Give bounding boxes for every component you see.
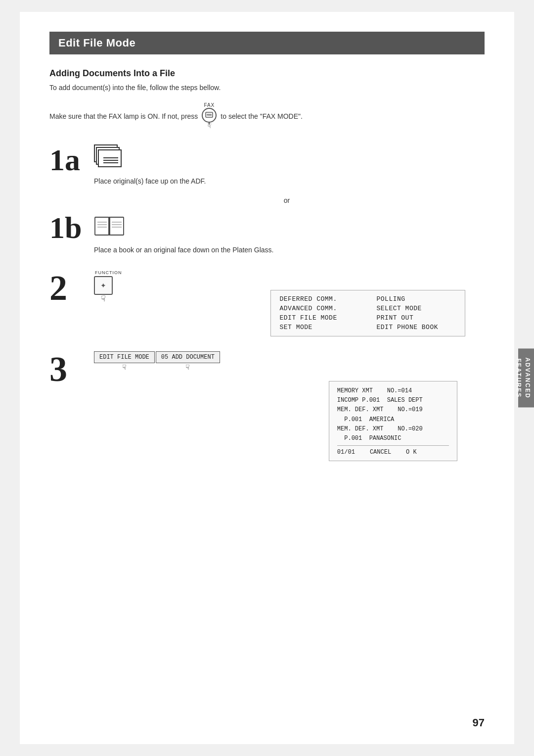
fax-prefix: Make sure that the FAX lamp is ON. If no… bbox=[49, 112, 198, 120]
edit-file-mode-button[interactable]: EDIT FILE MODE bbox=[94, 351, 155, 363]
fax-suffix: to select the "FAX MODE". bbox=[221, 112, 303, 120]
step-1b-content: Place a book or an original face down on… bbox=[94, 212, 273, 255]
side-tab-line2: FEATURES bbox=[515, 358, 522, 398]
side-tab: ADVANCED FEATURES bbox=[518, 348, 534, 407]
step-3-row: 3 EDIT FILE MODE ☟ 05 ADD DOCUMENT ☟ MEM… bbox=[49, 351, 485, 461]
screen-line-2: INCOMP P.001 SALES DEPT bbox=[337, 396, 449, 405]
intro-text: To add document(s) into the file, follow… bbox=[49, 84, 485, 92]
svg-rect-3 bbox=[95, 217, 109, 235]
step-3-content: EDIT FILE MODE ☟ 05 ADD DOCUMENT ☟ bbox=[94, 351, 220, 371]
function-icon: FUNCTION ☟ bbox=[94, 270, 122, 303]
edit-file-mode-container: EDIT FILE MODE ☟ bbox=[94, 351, 155, 371]
add-document-cursor: ☟ bbox=[185, 363, 190, 371]
platen-icon bbox=[94, 212, 128, 238]
edit-file-cursor: ☟ bbox=[122, 363, 127, 371]
menu-grid: DEFERRED COMM. POLLING ADVANCED COMM. SE… bbox=[280, 295, 456, 331]
screen-cancel[interactable]: CANCEL bbox=[370, 449, 391, 456]
step-3-number: 3 bbox=[49, 351, 84, 387]
function-label: FUNCTION bbox=[95, 270, 122, 275]
edit-file-buttons: EDIT FILE MODE ☟ 05 ADD DOCUMENT ☟ bbox=[94, 351, 220, 371]
screen-line-6: P.001 PANASONIC bbox=[337, 434, 449, 443]
page-number: 97 bbox=[473, 716, 485, 729]
header-bar: Edit File Mode bbox=[49, 32, 485, 54]
menu-item-8: EDIT PHONE BOOK bbox=[377, 324, 456, 331]
add-document-container: 05 ADD DOCUMENT ☟ bbox=[156, 351, 220, 371]
menu-item-5: EDIT FILE MODE bbox=[280, 314, 369, 322]
adf-icon bbox=[94, 144, 124, 169]
menu-item-3: ADVANCED COMM. bbox=[280, 305, 369, 312]
step-1a-desc: Place original(s) face up on the ADF. bbox=[94, 176, 206, 187]
or-text: or bbox=[89, 196, 485, 204]
screen-line-5: MEM. DEF. XMT NO.=020 bbox=[337, 425, 449, 434]
step-2-content: FUNCTION ☟ bbox=[94, 270, 122, 303]
function-cursor: ☟ bbox=[101, 294, 106, 303]
step-1b-desc: Place a book or an original face down on… bbox=[94, 245, 273, 255]
menu-item-4: SELECT MODE bbox=[377, 305, 456, 312]
screen-footer: 01/01 CANCEL O K bbox=[337, 449, 449, 456]
screen-page: 01/01 bbox=[337, 449, 355, 456]
step-2-number: 2 bbox=[49, 270, 84, 306]
screen-line-1: MEMORY XMT NO.=014 bbox=[337, 386, 449, 396]
function-button[interactable] bbox=[94, 276, 113, 295]
page: Edit File Mode Adding Documents Into a F… bbox=[20, 12, 514, 744]
screen-ok[interactable]: O K bbox=[406, 449, 417, 456]
menu-item-6: PRINT OUT bbox=[377, 314, 456, 322]
page-title: Edit File Mode bbox=[58, 37, 476, 49]
add-document-button[interactable]: 05 ADD DOCUMENT bbox=[156, 351, 220, 363]
side-tab-line1: ADVANCED bbox=[524, 357, 531, 398]
platen-svg bbox=[94, 212, 129, 239]
screen-line-4: P.001 AMERICA bbox=[337, 415, 449, 425]
fax-label: FAX bbox=[204, 102, 215, 108]
fax-mode-button[interactable] bbox=[202, 108, 217, 123]
paper-sheet-3 bbox=[98, 149, 122, 167]
fax-button-icon: FAX ☟ bbox=[202, 102, 217, 130]
step-1b-number: 1b bbox=[49, 212, 84, 243]
menu-display: DEFERRED COMM. POLLING ADVANCED COMM. SE… bbox=[270, 290, 465, 336]
svg-rect-1 bbox=[207, 114, 212, 116]
paper-line-1 bbox=[103, 157, 118, 158]
menu-item-7: SET MODE bbox=[280, 324, 369, 331]
step-1a-content: Place original(s) face up on the ADF. bbox=[94, 144, 206, 187]
step-1b-row: 1b bbox=[49, 212, 485, 255]
screen-display: MEMORY XMT NO.=014 INCOMP P.001 SALES DE… bbox=[329, 381, 457, 461]
fax-instruction: Make sure that the FAX lamp is ON. If no… bbox=[49, 102, 485, 130]
paper-lines bbox=[103, 157, 118, 163]
step-1a-row: 1a Place original(s) face up on the bbox=[49, 144, 485, 187]
menu-item-2: POLLING bbox=[377, 295, 456, 303]
paper-line-3 bbox=[103, 162, 118, 163]
section-title: Adding Documents Into a File bbox=[49, 68, 485, 79]
adf-papers bbox=[94, 144, 121, 166]
paper-line-2 bbox=[103, 160, 118, 161]
svg-point-2 bbox=[207, 116, 208, 117]
step-2-row: 2 FUNCTION ☟ DEFERRED COMM. POLLING ADVA… bbox=[49, 270, 485, 336]
fax-icon bbox=[205, 112, 213, 119]
screen-divider bbox=[337, 445, 449, 446]
screen-line-3: MEM. DEF. XMT NO.=019 bbox=[337, 405, 449, 415]
step-1a-number: 1a bbox=[49, 144, 84, 175]
menu-item-1: DEFERRED COMM. bbox=[280, 295, 369, 303]
svg-rect-4 bbox=[110, 217, 124, 235]
